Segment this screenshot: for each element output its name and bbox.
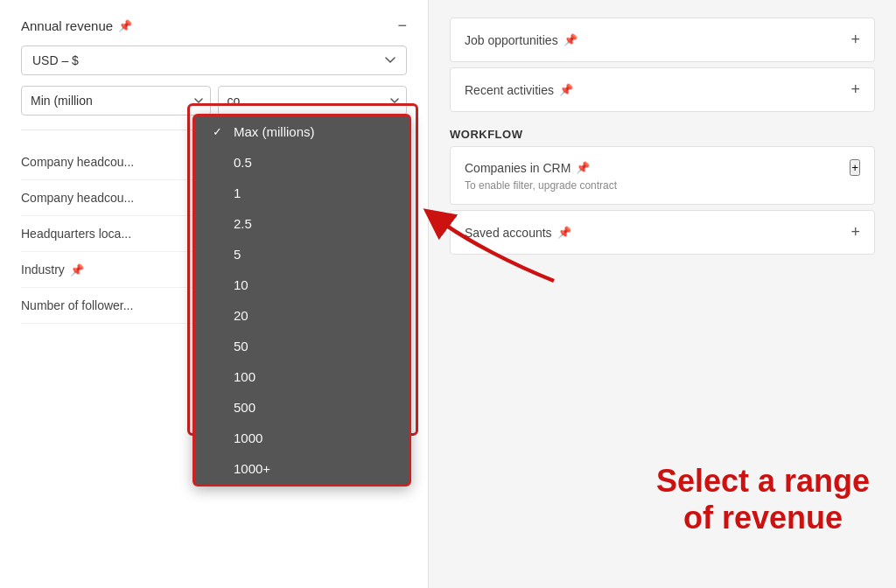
currency-select[interactable]: USD – $ xyxy=(21,46,407,75)
filter-row-title: Number of follower... xyxy=(21,298,133,312)
dropdown-item-50[interactable]: 50 xyxy=(195,331,409,361)
companies-in-crm-pin-icon[interactable]: 📌 xyxy=(576,161,590,174)
dropdown-item-10[interactable]: 10 xyxy=(195,270,409,300)
dropdown-item-5[interactable]: 5 xyxy=(195,239,409,270)
recent-activities-item: Recent activities 📌 + xyxy=(450,67,875,112)
dropdown-item-1000[interactable]: 1000 xyxy=(195,423,409,453)
dropdown-item-label: 1 xyxy=(234,186,391,200)
dropdown-item-label: 1000 xyxy=(234,430,391,445)
dropdown-item-label: 100 xyxy=(234,369,391,384)
annual-revenue-pin-icon[interactable]: 📌 xyxy=(118,19,132,32)
min-select[interactable]: Min (million xyxy=(21,86,211,116)
dropdown-item-0.5[interactable]: 0.5 xyxy=(195,147,409,178)
filter-row-title: Company headcou... xyxy=(21,191,134,205)
dropdown-item-max[interactable]: ✓ Max (millions) xyxy=(195,116,409,147)
range-row: Min (million co... xyxy=(21,86,407,116)
companies-in-crm-item: Companies in CRM 📌 + To enable filter, u… xyxy=(450,146,875,205)
companies-in-crm-header: Companies in CRM 📌 + xyxy=(465,159,860,176)
filter-row-title: Company headcou... xyxy=(21,155,134,169)
job-opportunities-add-button[interactable]: + xyxy=(850,31,860,49)
select-range-annotation: Select a rangeof revenue xyxy=(656,463,870,536)
companies-in-crm-subtitle: To enable filter, upgrade contract xyxy=(465,179,860,192)
filter-row-title: Industry 📌 xyxy=(21,262,84,276)
workflow-label: Workflow xyxy=(450,128,875,141)
dropdown-item-2.5[interactable]: 2.5 xyxy=(195,208,409,239)
dropdown-item-1[interactable]: 1 xyxy=(195,178,409,208)
annual-revenue-header: Annual revenue 📌 − xyxy=(21,18,407,33)
max-dropdown[interactable]: ✓ Max (millions) 0.5 1 2.5 5 10 xyxy=(192,114,411,486)
industry-pin-icon[interactable]: 📌 xyxy=(70,263,84,276)
job-opportunities-title: Job opportunities 📌 xyxy=(465,33,578,47)
saved-accounts-title: Saved accounts 📌 xyxy=(465,226,571,240)
dropdown-item-label: 50 xyxy=(234,339,391,354)
collapse-button[interactable]: − xyxy=(397,18,407,33)
left-panel: Annual revenue 📌 − USD – $ Min (million … xyxy=(0,0,429,588)
dropdown-item-label: 0.5 xyxy=(234,155,391,170)
dropdown-item-label: 20 xyxy=(234,308,391,323)
dropdown-item-label: 10 xyxy=(234,277,391,292)
recent-activities-add-button[interactable]: + xyxy=(850,80,860,99)
dropdown-item-label: 500 xyxy=(234,400,391,415)
job-opportunities-item: Job opportunities 📌 + xyxy=(450,18,875,62)
saved-accounts-pin-icon[interactable]: 📌 xyxy=(557,226,571,239)
saved-accounts-add-button[interactable]: + xyxy=(850,223,860,242)
right-panel: Job opportunities 📌 + Recent activities … xyxy=(429,0,896,588)
dropdown-item-label: 5 xyxy=(234,247,391,262)
dropdown-item-label: 1000+ xyxy=(234,461,391,476)
annual-revenue-label: Annual revenue xyxy=(21,18,113,33)
dropdown-item-1000plus[interactable]: 1000+ xyxy=(195,453,409,484)
recent-activities-pin-icon[interactable]: 📌 xyxy=(559,83,573,96)
companies-in-crm-title: Companies in CRM 📌 xyxy=(465,161,590,175)
saved-accounts-label: Saved accounts xyxy=(465,226,552,240)
saved-accounts-item: Saved accounts 📌 + xyxy=(450,210,875,255)
companies-in-crm-label: Companies in CRM xyxy=(465,161,570,175)
recent-activities-title: Recent activities 📌 xyxy=(465,83,573,97)
job-opportunities-label: Job opportunities xyxy=(465,33,558,47)
dropdown-item-500[interactable]: 500 xyxy=(195,392,409,423)
filter-row-title: Headquarters loca... xyxy=(21,227,131,241)
annual-revenue-title: Annual revenue 📌 xyxy=(21,18,132,33)
dropdown-item-label: 2.5 xyxy=(234,216,391,231)
max-select[interactable]: co... xyxy=(218,86,408,116)
job-opportunities-pin-icon[interactable]: 📌 xyxy=(564,33,578,46)
check-icon: ✓ xyxy=(213,125,227,138)
dropdown-item-100[interactable]: 100 xyxy=(195,361,409,392)
recent-activities-label: Recent activities xyxy=(465,83,554,97)
dropdown-item-label: Max (millions) xyxy=(234,124,391,139)
companies-in-crm-add-button[interactable]: + xyxy=(850,159,860,176)
dropdown-item-20[interactable]: 20 xyxy=(195,300,409,331)
